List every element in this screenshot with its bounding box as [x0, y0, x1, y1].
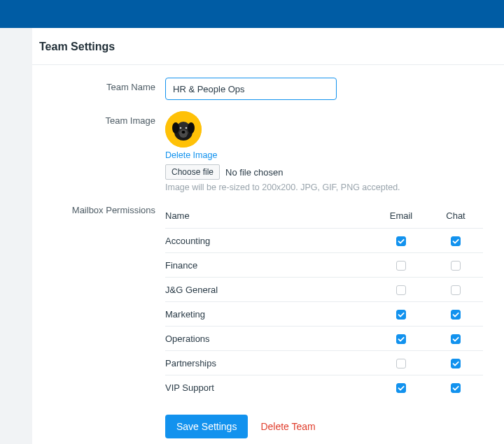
chat-checkbox[interactable] [451, 261, 461, 271]
col-name-header: Name [165, 210, 374, 221]
table-row: Accounting [165, 228, 483, 252]
email-cell [374, 308, 428, 320]
svg-point-3 [172, 122, 179, 134]
save-settings-button[interactable]: Save Settings [165, 415, 248, 438]
email-checkbox[interactable] [396, 359, 406, 368]
chat-checkbox[interactable] [451, 359, 461, 368]
svg-point-8 [186, 127, 188, 129]
chat-cell [428, 333, 483, 344]
svg-point-7 [180, 127, 182, 129]
chat-checkbox[interactable] [451, 285, 461, 295]
mailbox-name: Partnerships [165, 358, 374, 368]
mailbox-name: VIP Support [165, 382, 374, 393]
chat-cell [428, 382, 483, 393]
file-chosen-status: No file chosen [225, 167, 283, 178]
table-row: VIP Support [165, 375, 483, 399]
chat-cell [428, 235, 483, 246]
table-row: Operations [165, 326, 483, 350]
chat-cell [428, 357, 483, 368]
team-avatar [165, 111, 202, 148]
chat-cell [428, 259, 483, 271]
row-permissions: Mailbox Permissions Name Email Chat Acco… [32, 203, 504, 438]
page-title: Team Settings [32, 28, 504, 65]
pug-avatar-icon [165, 111, 202, 148]
team-name-input[interactable] [165, 78, 337, 100]
svg-point-4 [188, 122, 195, 134]
choose-file-button[interactable]: Choose file [165, 164, 220, 180]
settings-page: Team Settings Team Name Team Image [32, 28, 504, 444]
svg-point-6 [182, 131, 186, 134]
email-checkbox[interactable] [396, 261, 406, 271]
email-checkbox[interactable] [396, 285, 406, 295]
mailbox-name: Accounting [165, 236, 374, 246]
table-row: J&G General [165, 277, 483, 301]
table-row: Finance [165, 252, 483, 277]
chat-checkbox[interactable] [451, 334, 461, 344]
email-cell [374, 235, 428, 246]
chat-checkbox[interactable] [451, 236, 461, 246]
row-team-name: Team Name [32, 78, 504, 100]
chat-cell [428, 284, 483, 295]
chat-checkbox[interactable] [451, 310, 461, 320]
delete-team-link[interactable]: Delete Team [260, 421, 315, 432]
image-hint: Image will be re-sized to 200x200. JPG, … [165, 182, 400, 192]
team-image-label: Team Image [32, 111, 165, 126]
email-checkbox[interactable] [396, 236, 406, 246]
email-cell [374, 284, 428, 295]
delete-image-link[interactable]: Delete Image [165, 150, 217, 160]
mailbox-name: J&G General [165, 285, 374, 295]
table-row: Marketing [165, 301, 483, 326]
col-email-header: Email [374, 210, 428, 221]
chat-cell [428, 308, 483, 320]
email-checkbox[interactable] [396, 310, 406, 320]
row-team-image: Team Image [32, 111, 504, 192]
email-cell [374, 259, 428, 271]
email-checkbox[interactable] [396, 383, 406, 393]
email-checkbox[interactable] [396, 334, 406, 344]
mailbox-name: Marketing [165, 309, 374, 320]
permissions-header: Name Email Chat [165, 203, 483, 228]
mailbox-name: Operations [165, 334, 374, 344]
team-name-label: Team Name [32, 78, 165, 92]
mailbox-name: Finance [165, 260, 374, 271]
email-cell [374, 357, 428, 368]
col-chat-header: Chat [428, 210, 483, 221]
email-cell [374, 382, 428, 393]
permissions-label: Mailbox Permissions [32, 203, 165, 215]
table-row: Partnerships [165, 350, 483, 375]
email-cell [374, 333, 428, 344]
top-banner [0, 0, 504, 28]
permissions-table: Name Email Chat AccountingFinanceJ&G Gen… [165, 203, 483, 399]
chat-checkbox[interactable] [451, 383, 461, 393]
